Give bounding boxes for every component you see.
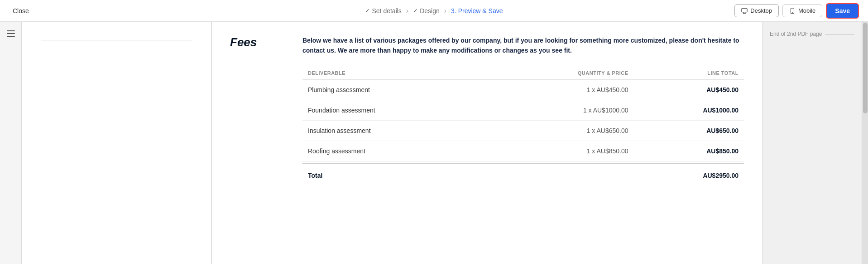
fees-section: Fees Below we have a list of various pac…	[230, 35, 744, 183]
topbar: Close ✓ Set details › ✓ Design › 3. Prev…	[0, 0, 868, 22]
step-set-details[interactable]: ✓ Set details	[365, 7, 401, 15]
qty-cell: 1 x AU$850.00	[488, 141, 634, 161]
step-design-label: Design	[420, 7, 440, 15]
step-preview-save[interactable]: 3. Preview & Save	[451, 7, 503, 15]
line-total-cell: AU$1000.00	[634, 100, 744, 120]
menu-line-3	[7, 36, 15, 37]
fees-title: Fees	[230, 35, 284, 183]
left-sidebar	[0, 22, 22, 264]
page-left-partial	[22, 22, 212, 264]
svg-rect-0	[742, 8, 747, 12]
desktop-view-label: Desktop	[750, 7, 772, 14]
total-label: Total	[308, 172, 322, 179]
step-design-check-icon: ✓	[413, 7, 418, 14]
right-panel: End of 2nd PDF page	[762, 22, 862, 264]
fees-intro-text: Below we have a list of various packages…	[302, 35, 744, 56]
topbar-right: Desktop Mobile Save	[734, 3, 859, 19]
deliverable-cell: Plumbing assessment	[302, 79, 488, 100]
fees-table-header: DELIVERABLE QUANTITY & PRICE LINE TOTAL	[302, 67, 744, 80]
table-row: Plumbing assessment 1 x AU$450.00 AU$450…	[302, 79, 744, 100]
preview-panel: Fees Below we have a list of various pac…	[22, 22, 868, 264]
line-total-cell: AU$450.00	[634, 79, 744, 100]
fees-table: DELIVERABLE QUANTITY & PRICE LINE TOTAL …	[302, 67, 744, 161]
col-header-deliverable: DELIVERABLE	[302, 67, 488, 80]
step-preview-save-label: 3. Preview & Save	[451, 7, 503, 15]
table-row: Foundation assessment 1 x AU$1000.00 AU$…	[302, 100, 744, 120]
menu-line-2	[7, 33, 15, 34]
step-separator-2: ›	[444, 7, 446, 15]
main-area: Fees Below we have a list of various pac…	[0, 22, 868, 264]
step-design[interactable]: ✓ Design	[413, 7, 440, 15]
col-header-line-total: LINE TOTAL	[634, 67, 744, 80]
qty-cell: 1 x AU$450.00	[488, 79, 634, 100]
line-total-cell: AU$650.00	[634, 120, 744, 141]
topbar-left: Close	[9, 5, 33, 16]
col-header-quantity-price: QUANTITY & PRICE	[488, 67, 634, 80]
mobile-view-label: Mobile	[798, 7, 815, 14]
page-main: Fees Below we have a list of various pac…	[212, 22, 762, 264]
sidebar-menu-icon[interactable]	[5, 27, 17, 40]
deliverable-cell: Insulation assessment	[302, 120, 488, 141]
table-row: Roofing assessment 1 x AU$850.00 AU$850.…	[302, 141, 744, 161]
total-row: Total AU$2950.00	[302, 163, 744, 183]
scrollbar-thumb[interactable]	[863, 23, 868, 113]
fees-table-body: Plumbing assessment 1 x AU$450.00 AU$450…	[302, 79, 744, 161]
pdf-page-marker: End of 2nd PDF page	[770, 31, 854, 37]
save-button[interactable]: Save	[826, 3, 859, 19]
menu-line-1	[7, 30, 15, 31]
step-separator-1: ›	[406, 7, 408, 15]
topbar-steps: ✓ Set details › ✓ Design › 3. Preview & …	[365, 7, 503, 15]
scrollbar[interactable]	[862, 22, 868, 264]
line-total-cell: AU$850.00	[634, 141, 744, 161]
pdf-page-marker-line	[825, 34, 854, 34]
step-check-icon: ✓	[365, 7, 370, 14]
qty-cell: 1 x AU$1000.00	[488, 100, 634, 120]
svg-point-5	[792, 12, 792, 13]
fees-table-header-row: DELIVERABLE QUANTITY & PRICE LINE TOTAL	[302, 67, 744, 80]
desktop-view-button[interactable]: Desktop	[734, 4, 779, 17]
mobile-icon	[789, 8, 796, 14]
deliverable-cell: Roofing assessment	[302, 141, 488, 161]
table-row: Insulation assessment 1 x AU$650.00 AU$6…	[302, 120, 744, 141]
total-value: AU$2950.00	[703, 172, 739, 179]
mobile-view-button[interactable]: Mobile	[782, 4, 822, 17]
step-set-details-label: Set details	[372, 7, 401, 15]
close-button[interactable]: Close	[9, 5, 33, 16]
pdf-page-marker-label: End of 2nd PDF page	[770, 31, 822, 37]
fees-content: Below we have a list of various packages…	[302, 35, 744, 183]
qty-cell: 1 x AU$650.00	[488, 120, 634, 141]
desktop-icon	[741, 8, 748, 14]
page-divider-line	[41, 40, 192, 40]
deliverable-cell: Foundation assessment	[302, 100, 488, 120]
